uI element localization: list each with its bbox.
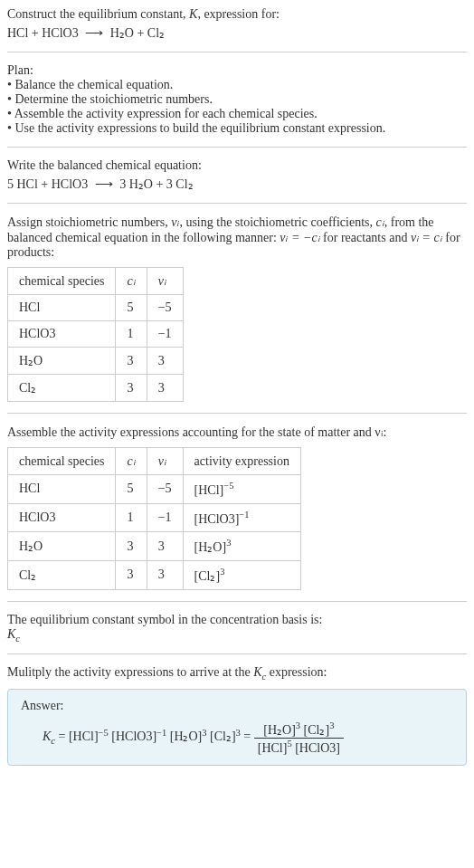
kc-symbol: Kc [7,627,467,644]
activity-expr: [HClO3]−1 [183,503,300,532]
balanced-rhs: 3 H₂O + 3 Cl₂ [119,177,193,191]
denominator: [HCl]5 [HClO3] [254,739,344,756]
divider [7,52,467,52]
symbol-section: The equilibrium constant symbol in the c… [7,613,467,644]
activity-expr: [Cl₂]3 [183,560,300,589]
table-header-row: chemical species cᵢ νᵢ activity expressi… [8,448,301,475]
stoich-section: Assign stoichiometric numbers, νᵢ, using… [7,215,467,402]
intro: Construct the equilibrium constant, K, e… [7,7,467,41]
plan-bullet-2: • Determine the stoichiometric numbers. [7,92,467,107]
activity-section: Assemble the activity expressions accoun… [7,424,467,590]
activity-expr: [HCl]−5 [183,475,300,504]
symbol-heading: The equilibrium constant symbol in the c… [7,613,467,627]
fraction: [H₂O]3 [Cl₂]3 [HCl]5 [HClO3] [254,720,344,755]
table-row: Cl₂ 3 3 [8,375,184,402]
col-activity: activity expression [183,448,300,475]
multiply-section: Mulitply the activity expressions to arr… [7,665,467,765]
plan-section: Plan: • Balance the chemical equation. •… [7,63,467,136]
balanced-equation: 5 HCl + HClO3 ⟶ 3 H₂O + 3 Cl₂ [7,176,467,192]
stoich-heading: Assign stoichiometric numbers, νᵢ, using… [7,215,467,260]
col-nui: νᵢ [147,448,183,475]
plan-heading: Plan: [7,63,467,78]
answer-label: Answer: [21,699,453,713]
plan-bullet-1: • Balance the chemical equation. [7,78,467,92]
table-row: H₂O 3 3 [8,348,184,375]
balanced-lhs: 5 HCl + HClO3 [7,177,88,191]
col-species: chemical species [8,448,116,475]
intro-rhs: H₂O + Cl₂ [110,26,165,40]
activity-table: chemical species cᵢ νᵢ activity expressi… [7,447,301,590]
arrow-icon: ⟶ [95,176,113,192]
numerator: [H₂O]3 [Cl₂]3 [254,720,344,739]
table-row: HClO3 1 −1 [8,321,184,348]
intro-equation: HCl + HClO3 ⟶ H₂O + Cl₂ [7,25,467,41]
plan-bullet-4: • Use the activity expressions to build … [7,121,467,136]
balanced-heading: Write the balanced chemical equation: [7,158,467,173]
col-nui: νᵢ [147,268,183,295]
table-header-row: chemical species cᵢ νᵢ [8,268,184,295]
intro-line1: Construct the equilibrium constant, K, e… [7,7,467,22]
stoich-table: chemical species cᵢ νᵢ HCl 5 −5 HClO3 1 … [7,267,184,402]
activity-heading: Assemble the activity expressions accoun… [7,424,467,440]
kc-expression: Kc = [HCl]−5 [HClO3]−1 [H₂O]3 [Cl₂]3 = [… [21,720,453,755]
col-ci: cᵢ [116,448,147,475]
table-row: HCl 5 −5 [HCl]−5 [8,475,301,504]
multiply-heading: Mulitply the activity expressions to arr… [7,665,467,682]
divider [7,413,467,414]
col-species: chemical species [8,268,116,295]
table-row: Cl₂ 3 3 [Cl₂]3 [8,560,301,589]
balanced-section: Write the balanced chemical equation: 5 … [7,158,467,192]
arrow-icon: ⟶ [85,25,103,41]
plan-bullet-3: • Assemble the activity expression for e… [7,107,467,121]
table-row: H₂O 3 3 [H₂O]3 [8,532,301,561]
divider [7,601,467,602]
divider [7,147,467,148]
divider [7,653,467,654]
col-ci: cᵢ [116,268,147,295]
table-row: HClO3 1 −1 [HClO3]−1 [8,503,301,532]
table-row: HCl 5 −5 [8,295,184,321]
activity-expr: [H₂O]3 [183,532,300,561]
answer-box: Answer: Kc = [HCl]−5 [HClO3]−1 [H₂O]3 [C… [7,689,467,765]
intro-lhs: HCl + HClO3 [7,26,79,40]
divider [7,203,467,204]
